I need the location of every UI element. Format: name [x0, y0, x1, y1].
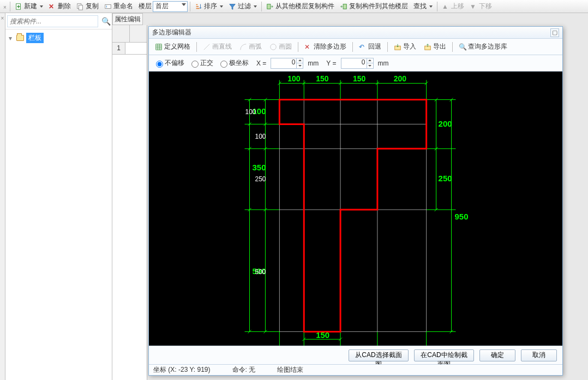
- svg-text:200: 200: [394, 74, 407, 83]
- property-edit-tab[interactable]: 属性编辑: [112, 13, 143, 25]
- svg-text:350: 350: [253, 163, 266, 172]
- search-input[interactable]: [7, 15, 98, 27]
- svg-rect-4: [267, 4, 271, 9]
- find-button[interactable]: 查找: [411, 1, 435, 12]
- panel-collapse-left[interactable]: ×: [2, 2, 8, 10]
- draw-circle-button: 画圆: [267, 40, 295, 53]
- export-button[interactable]: 导出: [421, 40, 449, 53]
- draw-line-button: 画直线: [200, 40, 235, 53]
- delete-button[interactable]: ✕删除: [46, 1, 73, 12]
- import-button[interactable]: 导入: [391, 40, 419, 53]
- svg-text:100: 100: [245, 108, 256, 116]
- drawing-canvas[interactable]: 100 150 150 200 100 350 500 100 100 250 …: [149, 72, 562, 346]
- svg-text:100: 100: [287, 74, 301, 83]
- svg-text:250: 250: [439, 174, 452, 183]
- draw-in-cad-button[interactable]: 在CAD中绘制截面图: [414, 349, 474, 361]
- dialog-title: 多边形编辑器: [152, 28, 191, 37]
- filter-button[interactable]: 过滤: [226, 1, 259, 12]
- x-label: X =: [256, 60, 266, 67]
- x-unit: mm: [308, 60, 319, 67]
- y-input[interactable]: 0: [341, 58, 374, 69]
- x-input[interactable]: 0: [271, 58, 303, 69]
- no-offset-radio[interactable]: 不偏移: [153, 58, 184, 68]
- svg-rect-5: [343, 4, 346, 9]
- svg-text:950: 950: [455, 212, 469, 221]
- svg-text:250: 250: [255, 175, 266, 183]
- cancel-button[interactable]: 取消: [521, 349, 557, 361]
- close-icon[interactable]: ▢: [550, 28, 559, 37]
- new-button[interactable]: 新建: [13, 1, 45, 12]
- polar-radio[interactable]: 极坐标: [218, 58, 249, 68]
- svg-rect-2: [79, 5, 82, 10]
- draw-arc-button: 画弧: [237, 40, 265, 53]
- copy-from-floors-button[interactable]: 从其他楼层复制构件: [264, 1, 337, 12]
- ortho-radio[interactable]: 正交: [189, 58, 213, 68]
- svg-text:150: 150: [316, 74, 329, 83]
- folder-icon: [16, 35, 24, 41]
- copy-button[interactable]: 复制: [74, 1, 101, 12]
- move-up-button: ▲上移: [440, 1, 466, 12]
- floor-combo[interactable]: 首层: [153, 1, 188, 12]
- tree-item-lanban[interactable]: ▾ 栏板: [8, 32, 110, 44]
- svg-text:150: 150: [353, 74, 366, 83]
- polygon-editor-dialog: 多边形编辑器 ▢ 定义网格 画直线 画弧 画圆 ✕清除多边形 ↶回退 导入 导出…: [148, 26, 563, 376]
- status-cmd: 命令: 无: [232, 365, 256, 375]
- sort-button[interactable]: 排序: [193, 1, 225, 12]
- define-grid-button[interactable]: 定义网格: [152, 40, 193, 53]
- svg-text:500: 500: [255, 268, 266, 276]
- clear-polygon-button[interactable]: ✕清除多边形: [302, 40, 349, 53]
- status-draw-end: 绘图结束: [277, 365, 303, 375]
- svg-text:200: 200: [439, 119, 452, 128]
- undo-button[interactable]: ↶回退: [356, 40, 384, 53]
- ok-button[interactable]: 确定: [479, 349, 515, 361]
- y-unit: mm: [378, 60, 389, 67]
- rename-button[interactable]: 重命名: [102, 1, 135, 12]
- svg-text:100: 100: [255, 133, 266, 140]
- copy-to-floors-button[interactable]: 复制构件到其他楼层: [338, 1, 410, 12]
- panel-collapse-far-left[interactable]: ×: [0, 13, 5, 380]
- svg-point-6: [271, 44, 277, 50]
- floor-label: 楼层: [139, 2, 152, 11]
- svg-rect-3: [105, 4, 111, 8]
- svg-text:150: 150: [316, 330, 329, 340]
- row-number[interactable]: 1: [112, 43, 125, 55]
- y-label: Y =: [326, 60, 336, 67]
- search-button[interactable]: 🔍: [100, 15, 112, 27]
- move-down-button: ▼下移: [467, 1, 494, 12]
- status-coord: 坐标 (X: -23 Y: 919): [153, 365, 211, 375]
- select-from-cad-button[interactable]: 从CAD选择截面图: [349, 349, 409, 361]
- query-polygon-lib-button[interactable]: 🔍查询多边形库: [456, 40, 510, 53]
